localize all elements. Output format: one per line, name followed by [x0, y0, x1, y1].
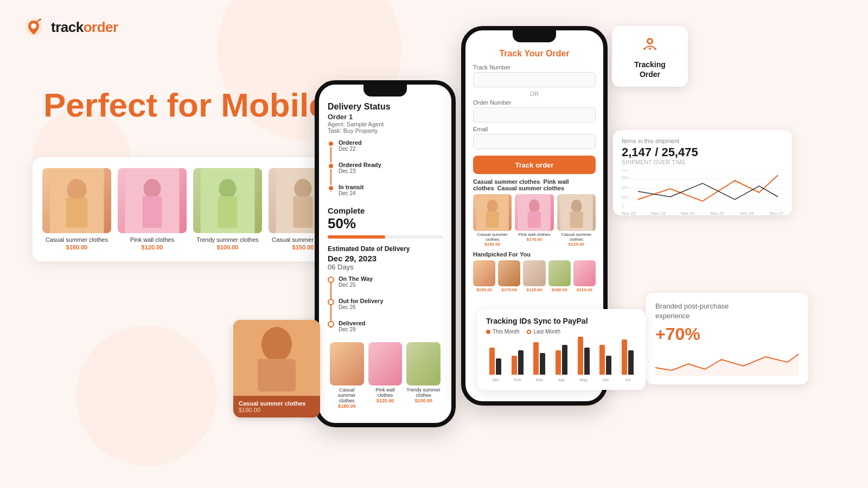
svg-rect-21: [528, 211, 541, 228]
rec-img: [473, 194, 512, 231]
bar-dark: [606, 356, 611, 375]
tracking-card-title: Tracking Order: [618, 60, 681, 79]
svg-text:800: 800: [622, 170, 628, 172]
legend-dot-this: [486, 330, 490, 334]
order-number-input[interactable]: [473, 107, 596, 123]
bar-group: May: [574, 337, 593, 382]
bar-label: Jan: [602, 377, 609, 382]
timeline-label: In transitDec 24: [339, 184, 363, 196]
featured-card[interactable]: Casual summer clothes $180.00: [233, 320, 320, 418]
legend-last-label: Last Month: [533, 329, 560, 335]
product-card[interactable]: Casual summer clothes $180.00: [42, 168, 111, 251]
svg-rect-6: [66, 198, 88, 228]
svg-point-11: [219, 179, 237, 198]
bar-label: Jul: [625, 377, 630, 382]
bar-orange: [622, 339, 627, 375]
rec-name: Casual summer clothes: [473, 232, 512, 242]
rec-img: [557, 194, 596, 231]
order-number-label: Order Number: [473, 99, 596, 106]
track-title: Track Your Order: [473, 49, 596, 59]
svg-rect-9: [143, 196, 162, 228]
featured-overlay: Casual summer clothes $180.00: [233, 396, 320, 418]
handpick-item[interactable]: $180.00: [548, 260, 571, 292]
timeline-item: On The WayDec 25: [328, 275, 443, 288]
handpick-price: $125.00: [523, 287, 545, 292]
delivery-timeline-2: On The WayDec 25 Out for DeliveryDec 26 …: [328, 275, 443, 332]
svg-point-8: [144, 179, 161, 198]
phone-notch: [363, 85, 407, 97]
branded-pct: +70%: [655, 324, 799, 344]
track-order-button[interactable]: Track order: [473, 156, 596, 174]
product-image: [193, 168, 262, 233]
rec-product[interactable]: Casual summer clothes $150.00: [473, 194, 512, 247]
svg-text:0: 0: [622, 204, 624, 208]
product-price: $100.00: [193, 244, 262, 251]
legend-last-month: Last Month: [527, 329, 560, 335]
tracking-ids-card: Tracking IDs Sync to PayPal This Month L…: [477, 309, 646, 390]
bottom-product-name: Pink wall clothes: [368, 387, 403, 398]
handpick-img: [473, 260, 495, 286]
handpick-price: $180.00: [548, 287, 571, 292]
rec-product[interactable]: Casual summer clothes $125.00: [557, 194, 596, 247]
header: trackorder: [22, 15, 118, 39]
email-input[interactable]: [473, 134, 596, 149]
product-card[interactable]: Trendy summer clothes $100.00: [193, 168, 262, 251]
timeline-item: Out for DeliveryDec 26: [328, 298, 443, 310]
handpick-img: [573, 260, 596, 286]
svg-rect-15: [293, 196, 313, 228]
branded-chart: [655, 349, 799, 376]
svg-text:200: 200: [622, 195, 628, 199]
bar-orange: [512, 356, 517, 375]
shipment-count: 2,147 / 25,475: [622, 145, 783, 159]
shipment-card: Items in this shipment 2,147 / 25,475 SH…: [613, 130, 792, 215]
featured-price: $180.00: [239, 407, 315, 413]
svg-rect-24: [570, 211, 583, 228]
svg-point-41: [261, 327, 292, 362]
timeline-dot: [328, 185, 334, 191]
timeline-item: OrderedDec 22: [328, 139, 443, 152]
svg-text:400: 400: [622, 185, 628, 189]
handpick-price: $150.00: [473, 287, 495, 292]
product-name: Pink wall clothes: [118, 236, 187, 243]
timeline-dot-empty: [328, 321, 334, 328]
handpick-item[interactable]: $125.00: [523, 260, 545, 292]
delivery-status-title: Delivery Status: [328, 102, 443, 112]
product-name: Casual summer clothes: [42, 236, 111, 243]
handpick-item[interactable]: $150.00: [473, 260, 495, 292]
bar-label: Mar: [536, 377, 544, 382]
svg-text:600: 600: [622, 176, 628, 179]
rec-product[interactable]: Pink wall clothes $170.00: [515, 194, 553, 247]
track-number-input[interactable]: [473, 72, 596, 87]
hero-tagline: Perfect for Mobile: [43, 87, 328, 124]
product-strip: Casual summer clothes $180.00 Pink wall …: [33, 157, 347, 261]
product-price: $180.00: [42, 244, 111, 251]
or-label: OR: [473, 91, 596, 97]
task-label: Task: Buy Property: [328, 127, 443, 134]
phone-content: Delivery Status Order 1 Agent: Sample Ag…: [319, 97, 451, 414]
recommended-title: Casual summer clothes Pink wall clothes …: [473, 178, 596, 191]
handpick-item[interactable]: $110.00: [573, 260, 596, 292]
tracking-order-icon: [640, 34, 660, 53]
bottom-product[interactable]: Casual summer clothes $180.00: [330, 342, 364, 409]
legend-this-label: This Month: [493, 329, 519, 335]
product-price: $120.00: [118, 244, 187, 251]
rec-price: $150.00: [473, 242, 512, 247]
bar-group: Feb: [508, 350, 527, 382]
handpick-item[interactable]: $170.00: [498, 260, 520, 292]
rec-img: [515, 194, 553, 231]
bottom-product-price: $100.00: [406, 398, 441, 403]
svg-rect-42: [258, 359, 296, 391]
product-card[interactable]: Pink wall clothes $120.00: [118, 168, 187, 251]
bottom-product[interactable]: Trendy summer clothes $100.00: [406, 342, 441, 409]
bar-orange: [578, 337, 583, 375]
timeline-dot-empty: [328, 277, 334, 283]
timeline-label: Out for DeliveryDec 26: [339, 298, 384, 310]
branded-label: Branded post-purchase experience: [655, 301, 799, 321]
bottom-product[interactable]: Pink wall clothes $120.00: [368, 342, 403, 409]
svg-point-17: [487, 200, 498, 213]
timeline-dot: [328, 163, 334, 169]
shipment-subtitle: SHIPMENT OVER TIME: [622, 159, 783, 165]
svg-point-26: [648, 40, 652, 43]
tracking-ids-title: Tracking IDs Sync to PayPal: [486, 317, 637, 325]
handpick-img: [523, 260, 545, 286]
